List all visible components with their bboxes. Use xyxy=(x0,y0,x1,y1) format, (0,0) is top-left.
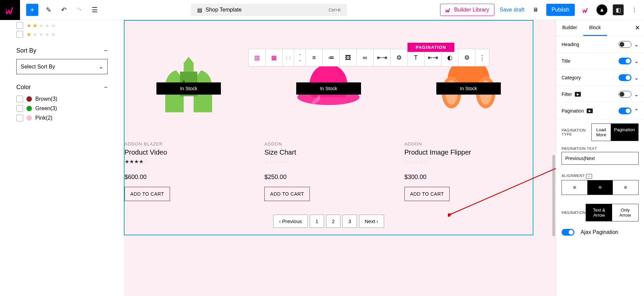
product-price: $600.00 xyxy=(125,174,253,181)
collapse-icon[interactable]: − xyxy=(104,47,108,54)
toolbar-layout-icon[interactable]: ▦ xyxy=(266,49,283,66)
swatch-green xyxy=(26,106,32,111)
pagination-toggle[interactable] xyxy=(619,107,631,114)
inspector-panel: Builder Block ✕ Heading ⌄ Title ⌄ Catego… xyxy=(556,20,644,296)
app-logo[interactable] xyxy=(0,0,20,20)
product-rating: ★★★★☆ xyxy=(125,158,253,165)
align-right-button[interactable]: ≡ xyxy=(613,180,638,195)
title-toggle[interactable] xyxy=(619,58,631,64)
pagination-text-input[interactable]: Previous|Next xyxy=(562,152,639,165)
filter-toggle[interactable] xyxy=(619,91,631,98)
product-card: In Stock ADDON BLAZER Product Video ★★★★… xyxy=(125,42,253,201)
chevron-down-icon: ⌄ xyxy=(99,63,103,70)
product-price: $250.00 xyxy=(264,174,393,181)
heading-toggle[interactable] xyxy=(619,41,631,48)
stock-badge: In Stock xyxy=(296,82,361,95)
swatch-pink xyxy=(26,115,32,121)
edit-icon[interactable]: ✎ xyxy=(46,6,52,14)
toolbar-gear-icon[interactable]: ⚙ xyxy=(458,49,475,66)
product-image: In Stock xyxy=(125,42,253,130)
pagination-page[interactable]: 3 xyxy=(342,215,357,228)
ajax-toggle[interactable] xyxy=(562,229,574,236)
circle-icon[interactable]: ▲ xyxy=(596,4,607,15)
chevron-down-icon[interactable]: ⌄ xyxy=(634,58,639,64)
rating-filter-1[interactable]: ★★★★★ xyxy=(16,31,108,38)
canvas-scrollbar[interactable] xyxy=(551,23,556,296)
more-menu-icon[interactable]: ⋮ xyxy=(629,4,640,15)
product-title: Product Image Flipper xyxy=(404,149,533,156)
chevron-left-icon: ‹ xyxy=(279,218,281,224)
align-left-button[interactable]: ≡ xyxy=(562,180,587,195)
pagination-prev[interactable]: ‹Previous xyxy=(273,215,307,228)
tab-block[interactable]: Block xyxy=(583,20,607,36)
template-name: Shop Template xyxy=(206,7,242,13)
toolbar-stack-icon[interactable]: 🖾 xyxy=(340,49,357,66)
color-filter-brown[interactable]: Brown(3) xyxy=(16,96,108,102)
toolbar-infinity-icon[interactable]: ∞ xyxy=(357,49,374,66)
chevron-up-icon[interactable]: ⌃ xyxy=(634,108,639,114)
chevron-down-icon[interactable]: ⌄ xyxy=(634,75,639,81)
pagination-type-pagination[interactable]: Pagination xyxy=(611,124,638,141)
toolbar-settings-icon[interactable]: ⚙ xyxy=(391,49,408,66)
toolbar-more-icon[interactable]: ⋮ xyxy=(475,49,489,66)
publish-button[interactable]: Publish xyxy=(546,4,575,16)
desktop-preview-icon[interactable]: 🖥 xyxy=(530,4,541,15)
rating-filter-2[interactable]: ★★★★★ xyxy=(16,22,108,29)
pagination-page[interactable]: 2 xyxy=(326,215,340,228)
sidebar-toggle-icon[interactable]: ◧ xyxy=(613,4,624,15)
chevron-down-icon[interactable]: ⌄ xyxy=(634,41,639,48)
chevron-right-icon: › xyxy=(377,218,378,224)
sort-select[interactable]: Select Sort By ⌄ xyxy=(16,59,108,74)
add-to-cart-button[interactable]: ADD TO CART xyxy=(404,187,450,201)
add-to-cart-button[interactable]: ADD TO CART xyxy=(125,187,170,201)
save-draft-button[interactable]: Save draft xyxy=(500,7,525,13)
toolbar-columns-icon[interactable]: ▥ xyxy=(249,49,266,66)
toolbar-updown-icon[interactable]: ⌃⌄ xyxy=(294,49,306,66)
template-selector[interactable]: ▤ Shop Template Ctrl+K xyxy=(191,4,347,16)
stock-badge: In Stock xyxy=(156,82,221,95)
pagination-style-arrow[interactable]: Only Arrow xyxy=(612,204,638,221)
color-filter-pink[interactable]: Pink(2) xyxy=(16,115,108,121)
alignment-group: ≡ ≡ ≡ xyxy=(562,180,639,195)
pagination-style-text[interactable]: Text & Arrow xyxy=(586,204,612,221)
video-icon[interactable]: ▶ xyxy=(575,92,581,97)
toolbar-width-icon[interactable]: ⇤⇥ xyxy=(374,49,391,66)
undo-icon[interactable]: ↶ xyxy=(61,6,67,14)
add-block-button[interactable] xyxy=(26,4,38,16)
checkbox[interactable] xyxy=(16,31,23,38)
collapse-icon[interactable]: − xyxy=(104,84,108,91)
filter-sidebar: ★★★★★ ★★★★★ Sort By − Select Sort By ⌄ C… xyxy=(0,20,124,296)
product-category: ADDON BLAZER xyxy=(125,141,253,146)
list-icon[interactable]: ☰ xyxy=(92,6,98,14)
pagination-type-label: PAGINATION TYPE xyxy=(562,128,591,136)
pagination-page[interactable]: 1 xyxy=(310,215,324,228)
pagination-type-loadmore[interactable]: Load More xyxy=(592,124,610,141)
add-to-cart-button[interactable]: ADD TO CART xyxy=(264,187,310,201)
toolbar-align-left-icon[interactable]: ≔ xyxy=(323,49,340,66)
device-icon[interactable]: ▭ xyxy=(586,174,592,179)
pagination-style-label: PAGINATION xyxy=(562,211,586,215)
category-toggle[interactable] xyxy=(619,74,631,81)
product-category: ADDON xyxy=(404,141,533,146)
prop-pagination: Pagination▶ ⌃ xyxy=(556,103,644,119)
chevron-down-icon[interactable]: ⌄ xyxy=(634,91,639,98)
video-icon[interactable]: ▶ xyxy=(587,108,593,113)
document-icon: ▤ xyxy=(197,7,202,13)
inspector-tabs: Builder Block ✕ xyxy=(556,20,644,36)
color-filter-green[interactable]: Green(3) xyxy=(16,105,108,112)
close-icon[interactable]: ✕ xyxy=(635,24,640,32)
alignment-label: ALIGNMENT ▭ xyxy=(556,170,644,180)
redo-icon[interactable]: ↷ xyxy=(76,6,82,14)
brand-icon[interactable] xyxy=(580,4,591,15)
pagination-next[interactable]: Next› xyxy=(359,215,384,228)
stock-badge: In Stock xyxy=(436,82,501,95)
toolbar-drag-icon[interactable]: ⋮⋮ xyxy=(283,49,294,66)
toolbar-align-center-icon[interactable]: ≡ xyxy=(306,49,323,66)
block-label-pagination: PAGINATION xyxy=(408,43,454,52)
checkbox[interactable] xyxy=(16,22,23,29)
align-center-button[interactable]: ≡ xyxy=(587,180,613,195)
tab-builder[interactable]: Builder xyxy=(556,20,583,36)
prop-heading: Heading ⌄ xyxy=(556,36,644,53)
builder-library-button[interactable]: Builder Library xyxy=(440,4,494,16)
topbar: ✎ ↶ ↷ ☰ ▤ Shop Template Ctrl+K Builder L… xyxy=(0,0,644,20)
